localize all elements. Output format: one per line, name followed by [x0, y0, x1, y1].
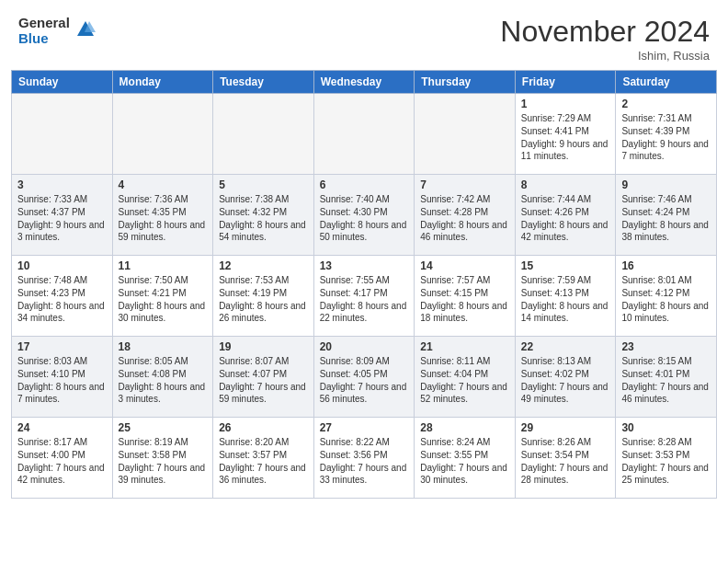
logo-blue: Blue: [18, 30, 70, 46]
calendar-cell-empty: [12, 94, 113, 175]
calendar-cell: 30Sunrise: 8:28 AMSunset: 3:53 PMDayligh…: [616, 418, 717, 499]
col-friday: Friday: [515, 71, 616, 94]
calendar-cell: 26Sunrise: 8:20 AMSunset: 3:57 PMDayligh…: [213, 418, 314, 499]
calendar-cell: 24Sunrise: 8:17 AMSunset: 4:00 PMDayligh…: [12, 418, 113, 499]
title-block: November 2024 Ishim, Russia: [500, 15, 710, 63]
col-wednesday: Wednesday: [313, 71, 415, 94]
calendar-cell: 7Sunrise: 7:42 AMSunset: 4:28 PMDaylight…: [415, 175, 516, 256]
calendar-cell: 1Sunrise: 7:29 AMSunset: 4:41 PMDaylight…: [515, 94, 616, 175]
calendar-week-row: 3Sunrise: 7:33 AMSunset: 4:37 PMDaylight…: [12, 175, 717, 256]
calendar-cell: 11Sunrise: 7:50 AMSunset: 4:21 PMDayligh…: [112, 256, 213, 337]
logo-text: General Blue: [18, 15, 70, 47]
calendar-cell: 20Sunrise: 8:09 AMSunset: 4:05 PMDayligh…: [313, 337, 415, 418]
calendar-cell: 12Sunrise: 7:53 AMSunset: 4:19 PMDayligh…: [213, 256, 314, 337]
calendar-cell: 18Sunrise: 8:05 AMSunset: 4:08 PMDayligh…: [112, 337, 213, 418]
calendar-week-row: 24Sunrise: 8:17 AMSunset: 4:00 PMDayligh…: [12, 418, 717, 499]
col-tuesday: Tuesday: [213, 71, 314, 94]
calendar-cell: 25Sunrise: 8:19 AMSunset: 3:58 PMDayligh…: [112, 418, 213, 499]
calendar-cell: 16Sunrise: 8:01 AMSunset: 4:12 PMDayligh…: [616, 256, 717, 337]
calendar-cell: 19Sunrise: 8:07 AMSunset: 4:07 PMDayligh…: [213, 337, 314, 418]
calendar-cell: 17Sunrise: 8:03 AMSunset: 4:10 PMDayligh…: [12, 337, 113, 418]
location: Ishim, Russia: [500, 49, 710, 63]
calendar-cell-empty: [313, 94, 415, 175]
calendar-cell: 8Sunrise: 7:44 AMSunset: 4:26 PMDaylight…: [515, 175, 616, 256]
calendar-cell: 27Sunrise: 8:22 AMSunset: 3:56 PMDayligh…: [313, 418, 415, 499]
calendar-week-row: 1Sunrise: 7:29 AMSunset: 4:41 PMDaylight…: [12, 94, 717, 175]
col-sunday: Sunday: [12, 71, 113, 94]
calendar-cell: 5Sunrise: 7:38 AMSunset: 4:32 PMDaylight…: [213, 175, 314, 256]
logo-general: General: [18, 15, 70, 30]
calendar-cell-empty: [112, 94, 213, 175]
header: General Blue November 2024 Ishim, Russia: [0, 0, 728, 70]
calendar-cell: 14Sunrise: 7:57 AMSunset: 4:15 PMDayligh…: [415, 256, 516, 337]
logo: General Blue: [18, 15, 96, 47]
calendar-cell: 9Sunrise: 7:46 AMSunset: 4:24 PMDaylight…: [616, 175, 717, 256]
calendar-cell: 15Sunrise: 7:59 AMSunset: 4:13 PMDayligh…: [515, 256, 616, 337]
calendar-cell: 10Sunrise: 7:48 AMSunset: 4:23 PMDayligh…: [12, 256, 113, 337]
col-saturday: Saturday: [616, 71, 717, 94]
col-monday: Monday: [112, 71, 213, 94]
month-year: November 2024: [500, 15, 710, 49]
calendar-cell: 21Sunrise: 8:11 AMSunset: 4:04 PMDayligh…: [415, 337, 516, 418]
calendar-cell-empty: [415, 94, 516, 175]
calendar-cell-empty: [213, 94, 314, 175]
calendar-cell: 13Sunrise: 7:55 AMSunset: 4:17 PMDayligh…: [313, 256, 415, 337]
calendar-cell: 28Sunrise: 8:24 AMSunset: 3:55 PMDayligh…: [415, 418, 516, 499]
calendar-cell: 4Sunrise: 7:36 AMSunset: 4:35 PMDaylight…: [112, 175, 213, 256]
calendar-week-row: 17Sunrise: 8:03 AMSunset: 4:10 PMDayligh…: [12, 337, 717, 418]
calendar-week-row: 10Sunrise: 7:48 AMSunset: 4:23 PMDayligh…: [12, 256, 717, 337]
calendar-cell: 3Sunrise: 7:33 AMSunset: 4:37 PMDaylight…: [12, 175, 113, 256]
calendar-cell: 6Sunrise: 7:40 AMSunset: 4:30 PMDaylight…: [313, 175, 415, 256]
calendar-cell: 22Sunrise: 8:13 AMSunset: 4:02 PMDayligh…: [515, 337, 616, 418]
calendar-wrap: Sunday Monday Tuesday Wednesday Thursday…: [0, 70, 728, 506]
calendar-table: Sunday Monday Tuesday Wednesday Thursday…: [11, 70, 717, 499]
calendar-header-row: Sunday Monday Tuesday Wednesday Thursday…: [12, 71, 717, 94]
col-thursday: Thursday: [415, 71, 516, 94]
calendar-cell: 23Sunrise: 8:15 AMSunset: 4:01 PMDayligh…: [616, 337, 717, 418]
calendar-cell: 29Sunrise: 8:26 AMSunset: 3:54 PMDayligh…: [515, 418, 616, 499]
calendar-cell: 2Sunrise: 7:31 AMSunset: 4:39 PMDaylight…: [616, 94, 717, 175]
logo-icon: [75, 19, 96, 43]
